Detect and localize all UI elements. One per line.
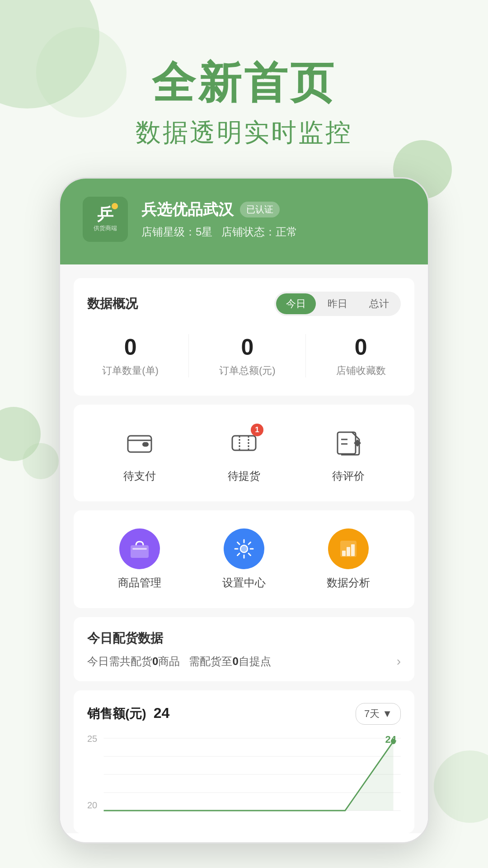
stats-row: 0 订单数量(单) 0 订单总额(元) 0 店铺收藏数 xyxy=(87,330,401,382)
action-pending-review[interactable]: 待评价 xyxy=(328,423,369,483)
store-logo-text: 乒 xyxy=(97,206,113,222)
action-pending-review-label: 待评价 xyxy=(328,469,369,483)
mgmt-analytics[interactable]: 数据分析 xyxy=(327,528,370,590)
svg-rect-8 xyxy=(131,545,149,558)
delivery-title: 今日配货数据 xyxy=(87,630,401,647)
store-name: 兵选优品武汉 xyxy=(141,199,234,220)
wallet-icon xyxy=(126,429,153,457)
status-value: 正常 xyxy=(276,226,297,238)
chart-peak-label: 24 xyxy=(385,734,396,745)
mgmt-analytics-label: 数据分析 xyxy=(327,576,370,590)
svg-rect-1 xyxy=(142,442,149,447)
sales-chart xyxy=(87,734,401,824)
svg-rect-13 xyxy=(347,547,350,556)
actions-row: 待支付 1 待提货 xyxy=(87,418,401,488)
rating-label: 店铺星级： xyxy=(141,226,196,238)
chart-area: 25 20 24 xyxy=(87,734,401,833)
store-info: 兵选优品武汉 已认证 店铺星级：5星 店铺状态：正常 xyxy=(141,199,405,239)
y-label-20: 20 xyxy=(87,800,97,811)
phone-mockup: 乒 供货商端 兵选优品武汉 已认证 店铺星级：5星 店铺状态：正常 数据概况 xyxy=(59,177,429,844)
analytics-icon-circle xyxy=(328,528,369,569)
data-overview-title: 数据概况 xyxy=(87,295,138,312)
analytics-icon xyxy=(338,538,359,560)
action-pending-pickup-label: 待提货 xyxy=(224,469,264,483)
mgmt-settings-label: 设置中心 xyxy=(222,576,266,590)
status-label: 店铺状态： xyxy=(221,226,276,238)
action-pending-payment-icon-wrap xyxy=(119,423,160,463)
stat-store-favorites: 0 店铺收藏数 xyxy=(336,334,386,377)
period-label: 7天 xyxy=(364,707,380,721)
mgmt-goods[interactable]: 商品管理 xyxy=(118,528,161,590)
store-logo-dot xyxy=(112,203,118,209)
y-label-25: 25 xyxy=(87,734,97,744)
goods-icon-circle xyxy=(119,528,160,569)
stat-divider-2 xyxy=(305,334,306,377)
tab-today[interactable]: 今日 xyxy=(276,293,316,314)
header-section: 全新首页 数据透明实时监控 xyxy=(0,0,488,177)
stat-order-amount: 0 订单总额(元) xyxy=(219,334,276,377)
action-pending-review-icon-wrap xyxy=(328,423,369,463)
svg-rect-14 xyxy=(351,544,355,556)
review-icon xyxy=(335,429,362,457)
store-name-row: 兵选优品武汉 已认证 xyxy=(141,199,405,220)
stat-order-amount-number: 0 xyxy=(219,334,276,360)
action-pending-pickup-icon-wrap: 1 xyxy=(224,423,264,463)
svg-rect-12 xyxy=(342,551,346,556)
actions-card: 待支付 1 待提货 xyxy=(74,405,414,501)
store-logo: 乒 供货商端 xyxy=(83,197,128,242)
y-axis-labels: 25 20 xyxy=(87,734,97,815)
settings-icon-circle xyxy=(224,528,264,569)
sales-section: 销售额(元) 24 7天 ▼ 25 20 24 xyxy=(74,690,414,833)
sales-title: 销售额(元) xyxy=(87,705,146,722)
period-arrow-icon: ▼ xyxy=(382,708,392,720)
stat-order-amount-label: 订单总额(元) xyxy=(219,364,276,377)
stat-order-count-label: 订单数量(单) xyxy=(102,364,159,377)
delivery-text: 今日需共配货0商品 需配货至0自提点 xyxy=(87,654,271,669)
main-title: 全新首页 xyxy=(0,59,488,107)
period-selector[interactable]: 7天 ▼ xyxy=(356,703,401,725)
store-meta: 店铺星级：5星 店铺状态：正常 xyxy=(141,225,405,239)
stat-store-favorites-label: 店铺收藏数 xyxy=(336,364,386,377)
mgmt-settings[interactable]: 设置中心 xyxy=(222,528,266,590)
app-header: 乒 供货商端 兵选优品武汉 已认证 店铺星级：5星 店铺状态：正常 xyxy=(60,179,428,264)
sub-title: 数据透明实时监控 xyxy=(0,116,488,150)
action-pending-pickup[interactable]: 1 待提货 xyxy=(224,423,264,483)
section-header: 数据概况 今日 昨日 总计 xyxy=(87,292,401,316)
mgmt-row: 商品管理 设置中心 xyxy=(87,524,401,594)
svg-rect-5 xyxy=(338,432,356,454)
stat-order-count-number: 0 xyxy=(102,334,159,360)
rating-value: 5星 xyxy=(196,226,212,238)
tab-total[interactable]: 总计 xyxy=(359,293,399,314)
store-logo-sub: 供货商端 xyxy=(94,224,117,232)
svg-point-10 xyxy=(240,545,248,552)
sales-header: 销售额(元) 24 7天 ▼ xyxy=(87,703,401,725)
sales-value: 24 xyxy=(154,705,170,722)
goods-icon xyxy=(129,538,150,560)
action-pending-payment-label: 待支付 xyxy=(119,469,160,483)
app-content: 数据概况 今日 昨日 总计 0 订单数量(单) 0 订单总额(元 xyxy=(60,264,428,833)
tab-group: 今日 昨日 总计 xyxy=(274,292,401,316)
svg-marker-20 xyxy=(104,741,394,811)
mgmt-goods-label: 商品管理 xyxy=(118,576,161,590)
stat-order-count: 0 订单数量(单) xyxy=(102,334,159,377)
settings-icon xyxy=(233,538,255,560)
svg-rect-2 xyxy=(232,436,256,450)
delivery-section: 今日配货数据 今日需共配货0商品 需配货至0自提点 › xyxy=(74,617,414,681)
action-pending-payment[interactable]: 待支付 xyxy=(119,423,160,483)
delivery-row[interactable]: 今日需共配货0商品 需配货至0自提点 › xyxy=(87,654,401,669)
chevron-right-icon: › xyxy=(397,654,401,669)
phone-wrapper: 乒 供货商端 兵选优品武汉 已认证 店铺星级：5星 店铺状态：正常 数据概况 xyxy=(0,177,488,844)
stat-divider-1 xyxy=(188,334,189,377)
verified-badge: 已认证 xyxy=(240,202,280,217)
management-card: 商品管理 设置中心 xyxy=(74,510,414,608)
data-overview-card: 数据概况 今日 昨日 总计 0 订单数量(单) 0 订单总额(元 xyxy=(74,278,414,396)
tab-yesterday[interactable]: 昨日 xyxy=(318,293,357,314)
stat-store-favorites-number: 0 xyxy=(336,334,386,360)
svg-rect-9 xyxy=(132,548,147,550)
sales-title-row: 销售额(元) 24 xyxy=(87,705,169,722)
pending-pickup-badge: 1 xyxy=(251,424,263,436)
